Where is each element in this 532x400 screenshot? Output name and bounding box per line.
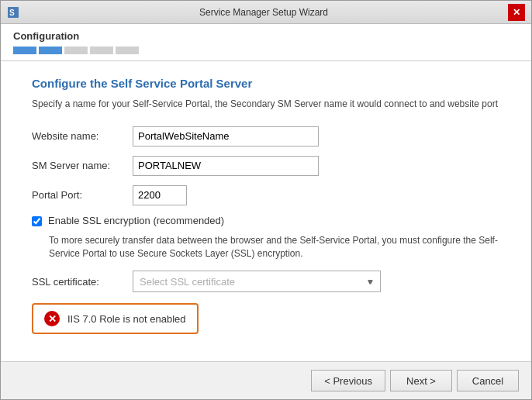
ssl-checkbox-label: Enable SSL encryption (recommended) [48,215,224,226]
ssl-cert-row: SSL certificate: Select SSL certificate … [32,271,500,292]
progress-segment-2 [39,47,62,54]
portal-port-input[interactable] [133,185,187,205]
error-text: IIS 7.0 Role is not enabled [67,313,186,325]
cancel-button[interactable]: Cancel [457,370,519,391]
ssl-subtext: To more securely transfer data between t… [49,234,500,260]
sm-server-label: SM Server name: [32,160,133,171]
website-name-input[interactable] [133,126,319,147]
ssl-checkbox-row: Enable SSL encryption (recommended) [32,215,500,226]
ssl-cert-select-wrapper: Select SSL certificate ▼ [133,271,381,292]
title-bar: S Service Manager Setup Wizard ✕ [1,1,531,24]
ssl-select-arrow-icon: ▼ [366,278,374,286]
window-title: Service Manager Setup Wizard [19,7,508,18]
ssl-cert-label: SSL certificate: [32,276,133,288]
previous-button[interactable]: < Previous [311,370,385,391]
ssl-cert-select[interactable]: Select SSL certificate ▼ [133,271,381,292]
section-title: Configure the Self Service Portal Server [32,77,500,90]
progress-segment-3 [64,47,88,54]
close-button[interactable]: ✕ [508,4,525,21]
wizard-footer: < Previous Next > Cancel [1,361,531,399]
ssl-checkbox[interactable] [32,216,42,226]
sm-server-input[interactable] [133,156,319,176]
wizard-header-label: Configuration [13,30,519,42]
error-icon: ✕ [44,311,60,326]
progress-segment-1 [13,47,36,54]
svg-text:S: S [9,9,15,17]
progress-segment-5 [116,47,139,54]
portal-port-row: Portal Port: [32,185,500,205]
next-button[interactable]: Next > [390,370,452,391]
wizard-header: Configuration [1,24,531,61]
progress-bar [13,47,519,54]
section-description: Specify a name for your Self-Service Por… [32,98,500,111]
website-name-row: Website name: [32,126,500,147]
progress-segment-4 [90,47,113,54]
wizard-window: S Service Manager Setup Wizard ✕ Configu… [0,0,532,400]
portal-port-label: Portal Port: [32,189,133,201]
window-icon: S [7,6,19,19]
error-box: ✕ IIS 7.0 Role is not enabled [32,303,199,334]
wizard-content: Configure the Self Service Portal Server… [1,61,531,361]
sm-server-row: SM Server name: [32,156,500,176]
ssl-cert-placeholder: Select SSL certificate [140,276,235,288]
website-name-label: Website name: [32,130,133,142]
